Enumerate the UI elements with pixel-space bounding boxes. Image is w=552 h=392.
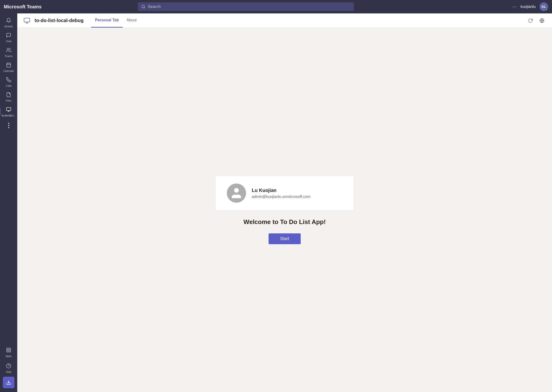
sidebar: Activity Chat Teams: [0, 14, 17, 392]
user-avatar[interactable]: KL: [539, 2, 548, 11]
chat-icon: [6, 33, 11, 39]
download-button[interactable]: [3, 377, 14, 388]
sidebar-item-help[interactable]: Help: [0, 361, 17, 375]
sidebar-item-todo[interactable]: to-do-list-l...: [0, 105, 17, 119]
svg-point-2: [7, 48, 9, 50]
tab-about[interactable]: About: [123, 14, 141, 28]
svg-line-1: [144, 7, 145, 8]
more-options-button[interactable]: ···: [512, 4, 516, 10]
profile-info: Lu Kuojian admin@kuojianlu.onmicrosoft.c…: [252, 188, 310, 199]
svg-point-22: [234, 188, 239, 193]
username-label: kuojianlu: [521, 5, 536, 9]
chat-label: Chat: [6, 40, 11, 43]
search-input[interactable]: [148, 4, 350, 9]
teams-label: Teams: [5, 55, 13, 57]
calls-icon: [6, 77, 11, 83]
help-icon: [6, 363, 11, 370]
calendar-icon: [6, 62, 11, 69]
apps-icon: [6, 347, 11, 354]
sidebar-item-calendar[interactable]: Calendar: [0, 60, 17, 74]
app-header-name: to-do-list-local-debug: [35, 18, 83, 23]
svg-rect-7: [7, 108, 11, 111]
sidebar-bottom: Apps Help: [0, 345, 17, 390]
welcome-heading: Welcome to To Do List App!: [244, 218, 326, 226]
todo-app-icon: [6, 107, 11, 113]
presence-status-indicator: [545, 8, 548, 11]
svg-point-14: [7, 364, 11, 368]
start-button[interactable]: Start: [269, 233, 301, 244]
topbar-right: ··· kuojianlu KL: [512, 2, 548, 11]
profile-card: Lu Kuojian admin@kuojianlu.onmicrosoft.c…: [215, 176, 354, 211]
calls-label: Calls: [6, 84, 12, 87]
more-apps-button[interactable]: [8, 119, 9, 132]
avatar-initials: KL: [542, 5, 546, 9]
files-label: Files: [6, 99, 11, 102]
svg-rect-13: [7, 350, 8, 352]
content-area: Lu Kuojian admin@kuojianlu.onmicrosoft.c…: [17, 28, 552, 392]
calendar-label: Calendar: [3, 70, 14, 72]
globe-button[interactable]: [538, 16, 546, 25]
svg-rect-12: [9, 350, 11, 352]
refresh-button[interactable]: [526, 16, 535, 25]
app-header: to-do-list-local-debug Personal Tab Abou…: [17, 14, 552, 28]
profile-name: Lu Kuojian: [252, 188, 310, 193]
sidebar-item-files[interactable]: Files: [0, 90, 17, 104]
search-bar[interactable]: [138, 2, 354, 11]
svg-rect-10: [7, 348, 8, 350]
sidebar-item-chat[interactable]: Chat: [0, 31, 17, 45]
svg-rect-11: [9, 348, 11, 350]
svg-point-0: [142, 5, 145, 8]
apps-label: Apps: [6, 355, 12, 357]
profile-avatar: [227, 183, 246, 203]
files-icon: [6, 92, 11, 98]
sidebar-item-teams[interactable]: Teams: [0, 46, 17, 59]
tab-personal[interactable]: Personal Tab: [91, 14, 122, 28]
topbar: Microsoft Teams ··· kuojianlu KL: [0, 0, 552, 14]
main-content: to-do-list-local-debug Personal Tab Abou…: [17, 14, 552, 392]
svg-rect-17: [24, 18, 29, 22]
teams-icon: [6, 48, 11, 54]
about-tab-label: About: [127, 18, 137, 22]
sidebar-item-activity[interactable]: Activity: [0, 16, 17, 30]
profile-email: admin@kuojianlu.onmicrosoft.com: [252, 195, 310, 199]
personal-tab-label: Personal Tab: [95, 18, 119, 22]
app-header-right: [526, 16, 546, 25]
app-header-icon: [23, 17, 31, 24]
app-title: Microsoft Teams: [4, 4, 57, 10]
todo-label: to-do-list-l...: [2, 114, 15, 117]
activity-icon: [6, 18, 11, 24]
app-tabs: Personal Tab About: [91, 14, 140, 28]
help-label: Help: [6, 371, 12, 373]
activity-label: Activity: [5, 25, 13, 28]
search-icon: [141, 5, 145, 9]
sidebar-item-apps[interactable]: Apps: [0, 345, 17, 359]
sidebar-item-calls[interactable]: Calls: [0, 75, 17, 89]
svg-rect-3: [7, 63, 11, 67]
